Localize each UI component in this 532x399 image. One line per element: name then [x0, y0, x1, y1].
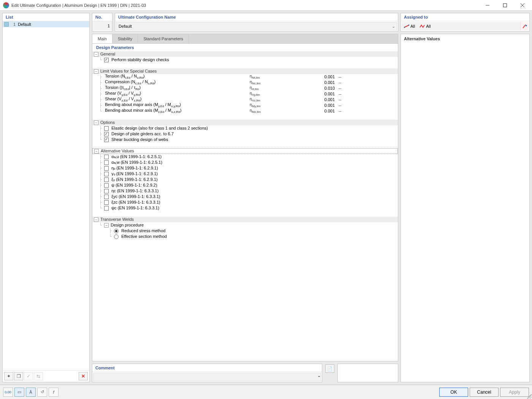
group-options: Options: [100, 120, 398, 125]
center-column: No. 1 Ultimate Configuration Name Defaul…: [92, 13, 398, 382]
option-checkbox[interactable]: ✓: [104, 132, 109, 136]
limit-value[interactable]: 0.001: [299, 74, 337, 80]
alt-checkbox[interactable]: [104, 172, 109, 176]
alt-checkbox[interactable]: [104, 166, 109, 171]
alt-checkbox[interactable]: [104, 155, 109, 159]
comment-panel: Comment ⌄: [92, 364, 322, 382]
comment-input[interactable]: [93, 373, 317, 381]
group-welds: Transverse Welds: [100, 217, 398, 222]
list-toolbar: ✦ ❐ ✓ ⇆ ✕: [3, 370, 89, 382]
tab-standard-parameters[interactable]: Standard Parameters: [138, 34, 189, 43]
parameters-panel: Design Parameters −General└ ✓Perform sta…: [92, 43, 398, 361]
alternative-values-header: Alternative Values: [401, 34, 529, 43]
list-item[interactable]: 1 Default: [3, 21, 89, 27]
tab-stability[interactable]: Stability: [112, 34, 138, 43]
member-icon: [404, 24, 409, 28]
alt-checkbox[interactable]: [104, 195, 109, 199]
collapse-toggle-icon[interactable]: −: [94, 120, 98, 125]
assign-picker-button[interactable]: [520, 22, 529, 30]
function-button[interactable]: f: [49, 388, 59, 397]
collapse-toggle-icon[interactable]: −: [94, 149, 99, 154]
assigned-row[interactable]: All All: [402, 22, 529, 30]
name-header: Ultimate Configuration Name: [115, 13, 398, 21]
tab-strip: Main Stability Standard Parameters: [92, 34, 398, 43]
option-checkbox[interactable]: [104, 126, 109, 131]
collapse-toggle-icon[interactable]: −: [94, 52, 98, 57]
app-icon: [3, 2, 9, 8]
picker-icon: [522, 24, 527, 29]
number-value: 1: [92, 21, 112, 30]
limit-row: Bending about minor axis (Mz,Ed / Mo,z,R…: [104, 108, 250, 115]
svg-line-7: [523, 25, 525, 28]
name-panel: Ultimate Configuration Name Default ⌄: [115, 13, 398, 32]
right-column: Assigned to All All Alternative Values: [401, 13, 530, 382]
list-item-index: 1: [10, 22, 16, 27]
limit-value[interactable]: 0.001: [299, 103, 337, 108]
chevron-down-icon[interactable]: ⌄: [317, 373, 321, 381]
parameters-grid: −General└ ✓Perform stability design chec…: [92, 51, 398, 239]
limit-value[interactable]: 0.001: [299, 80, 337, 86]
apply-button[interactable]: Apply: [500, 388, 529, 397]
collapse-toggle-icon[interactable]: −: [104, 223, 109, 228]
comment-library-button[interactable]: 📄: [325, 364, 334, 373]
assigned-header: Assigned to: [401, 13, 529, 21]
toolbar-button-4[interactable]: ⇆: [34, 372, 43, 380]
alt-checkbox[interactable]: [104, 189, 109, 193]
option-checkbox[interactable]: ✓: [104, 138, 109, 142]
group-alt: Alternative Values: [100, 148, 397, 154]
member-set-icon: [420, 24, 425, 28]
duplicate-button[interactable]: ❐: [14, 372, 23, 380]
swatch-icon: [4, 22, 9, 27]
alternative-values-panel: Alternative Values: [401, 34, 530, 382]
view-button-2[interactable]: Å: [26, 388, 36, 397]
units-button[interactable]: 0.00: [3, 388, 13, 397]
name-value: Default: [116, 22, 390, 30]
number-panel: No. 1: [92, 13, 112, 32]
new-button[interactable]: ✦: [4, 372, 13, 380]
alt-checkbox[interactable]: [104, 183, 109, 188]
tab-main[interactable]: Main: [92, 34, 112, 43]
limit-value[interactable]: 0.001: [299, 91, 337, 97]
toolbar-button-3[interactable]: ✓: [24, 372, 33, 380]
minimize-button[interactable]: [479, 0, 496, 11]
alt-checkbox[interactable]: [104, 200, 109, 205]
titlebar: Edit Ultimate Configuration | Aluminum D…: [0, 0, 532, 11]
list-panel: List 1 Default ✦ ❐ ✓ ⇆ ✕: [2, 13, 90, 382]
alt-checkbox[interactable]: [104, 160, 109, 165]
group-general: General: [100, 51, 398, 57]
chevron-down-icon: ⌄: [390, 22, 397, 30]
list-header: List: [3, 13, 89, 21]
view-button-1[interactable]: ▭: [14, 388, 24, 397]
assigned-tag-2: All: [417, 23, 433, 30]
svg-rect-1: [504, 3, 507, 7]
resize-grip[interactable]: [527, 394, 532, 399]
number-header: No.: [92, 13, 112, 21]
comment-aux-panel: [337, 364, 398, 382]
parameters-header: Design Parameters: [92, 44, 398, 51]
collapse-toggle-icon[interactable]: −: [94, 217, 98, 222]
name-select[interactable]: Default ⌄: [116, 22, 397, 30]
alt-checkbox[interactable]: [104, 206, 109, 211]
radio-effective[interactable]: [114, 234, 119, 239]
ok-button[interactable]: OK: [439, 388, 468, 397]
collapse-toggle-icon[interactable]: −: [94, 69, 98, 74]
window-title: Edit Ultimate Configuration | Aluminum D…: [11, 3, 479, 8]
assigned-panel: Assigned to All All: [401, 13, 530, 32]
bottom-bar: 0.00 ▭ Å ↺ f OK Cancel Apply: [0, 385, 532, 399]
maximize-button[interactable]: [496, 0, 514, 11]
limit-value[interactable]: 0.001: [299, 108, 337, 114]
list-item-name: Default: [18, 22, 31, 27]
svg-line-4: [404, 25, 409, 27]
radio-reduced[interactable]: [114, 229, 119, 233]
cancel-button[interactable]: Cancel: [470, 388, 499, 397]
limit-value[interactable]: 0.001: [299, 97, 337, 103]
delete-button[interactable]: ✕: [79, 372, 88, 380]
close-button[interactable]: [514, 0, 531, 11]
comment-header: Comment: [92, 364, 322, 372]
assigned-tag-1: All: [402, 23, 417, 30]
alt-checkbox[interactable]: [104, 177, 109, 182]
limit-value[interactable]: 0.010: [299, 86, 337, 91]
reset-button[interactable]: ↺: [37, 388, 47, 397]
stability-checkbox[interactable]: ✓: [104, 58, 109, 62]
